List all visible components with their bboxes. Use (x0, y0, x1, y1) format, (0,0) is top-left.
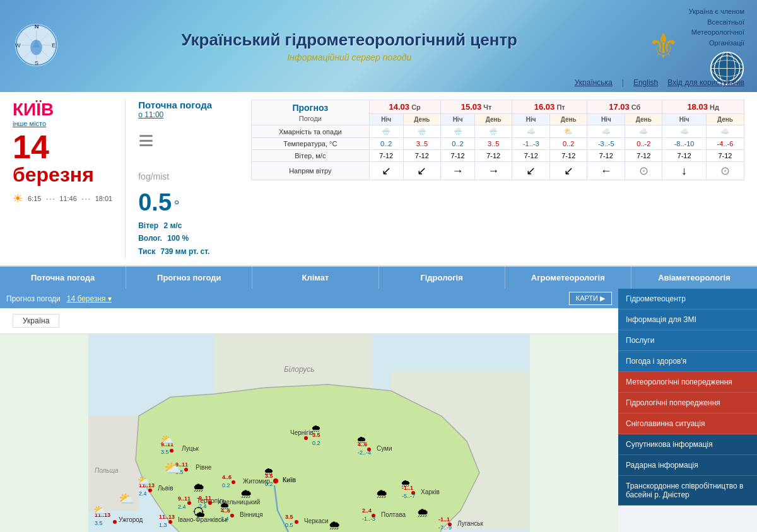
nav-bar: Поточна погода Прогноз погоди Клімат Гід… (0, 267, 757, 289)
svg-point-78 (304, 436, 308, 440)
nav-item-hydrology[interactable]: Гідрологія (379, 267, 505, 289)
svg-text:4..6: 4..6 (222, 474, 232, 480)
svg-text:Черкаси: Черкаси (304, 518, 329, 524)
forecast-section: Прогноз Погоди 14.03 Ср 15.03 Чт 16.03 П… (251, 100, 744, 180)
nav-item-current[interactable]: Поточна погода (0, 267, 126, 289)
sidebar-item-avalanche[interactable]: Сніголавинна ситуація (618, 413, 757, 434)
login-link[interactable]: Вхід для користувачів (667, 78, 744, 87)
wind-direction-row: Напрям вітру ↙↙ →→ ↙↙ ←⊙ ↓⊙ (252, 162, 744, 180)
svg-text:Чернігів: Чернігів (290, 429, 314, 436)
period-day-1: День (475, 114, 512, 125)
map-area: Прогноз погоди 14 березня ▾ КАРТИ ▶ Укра… (0, 289, 618, 532)
temp-row: Температура, °С 0..23..5 0..23..5 -1..-3… (252, 138, 744, 150)
map-container: Білорусь Росія Польща Румунія Молдова (0, 334, 618, 532)
date-month: березня (13, 163, 112, 187)
header-right: Україна є членомВсесвітньоїМетеорологічн… (688, 6, 744, 86)
nav-item-agro[interactable]: Агрометеорологія (505, 267, 631, 289)
nav-item-forecast[interactable]: Прогноз погоди (126, 267, 252, 289)
svg-text:🌧: 🌧 (264, 466, 274, 477)
current-title: Поточна погода (138, 100, 226, 110)
svg-text:⛅: ⛅ (93, 504, 106, 516)
svg-text:11..13: 11..13 (159, 514, 175, 520)
cards-button[interactable]: КАРТИ ▶ (569, 292, 612, 305)
svg-text:2.4: 2.4 (178, 504, 186, 510)
svg-text:🌧: 🌧 (401, 478, 411, 489)
header-compass: N S E W (13, 21, 60, 71)
ukraine-tab[interactable]: Україна (13, 314, 59, 328)
svg-text:N: N (35, 23, 39, 30)
nav-item-aviation[interactable]: Авіаметеорологія (631, 267, 757, 289)
city-section: КИЇВ інше місто 14 березня ☀ 6:15 • • • … (13, 100, 112, 205)
svg-text:2..4: 2..4 (362, 507, 372, 514)
forecast-table: Прогноз Погоди 14.03 Ср 15.03 Чт 16.03 П… (251, 100, 744, 180)
svg-text:🌧: 🌧 (220, 500, 230, 511)
period-day-2: День (550, 114, 587, 125)
svg-text:Луганськ: Луганськ (457, 520, 483, 527)
weather-panel: КИЇВ інше місто 14 березня ☀ 6:15 • • • … (0, 92, 757, 267)
svg-text:Луцьк: Луцьк (182, 445, 199, 452)
sidebar-item-meteo-warnings[interactable]: Метеорологічні попередження (618, 372, 757, 393)
svg-point-69 (232, 480, 235, 484)
ukraine-map-svg: Білорусь Росія Польща Румунія Молдова (0, 334, 618, 532)
svg-text:Харків: Харків (421, 489, 440, 495)
noon-dots: • • • (46, 196, 54, 202)
period-night-2: Ніч (512, 114, 550, 125)
forecast-title: Прогноз (292, 103, 328, 113)
sidebar-item-satellite[interactable]: Супутникова інформація (618, 434, 757, 455)
trident-icon: ⚜ (648, 26, 679, 66)
svg-text:🌧: 🌧 (328, 518, 341, 532)
nav-item-climate[interactable]: Клімат (252, 267, 378, 289)
sidebar-item-hydro-warnings[interactable]: Гідрологічні попередження (618, 393, 757, 413)
noon-time: 11:46 (59, 195, 77, 202)
svg-point-47 (113, 520, 117, 524)
svg-text:Полтава: Полтава (381, 511, 406, 518)
period-night-3: Ніч (587, 114, 625, 125)
svg-text:3.5: 3.5 (285, 514, 293, 520)
svg-point-38 (148, 489, 152, 492)
svg-text:0.5: 0.5 (285, 522, 293, 528)
svg-point-52 (168, 520, 172, 524)
temp-value: 0.5 (138, 189, 172, 216)
sidebar: Гідрометеоцентр Інформація для ЗМІ Послу… (618, 289, 757, 532)
current-temp: 0.5 ° (138, 189, 226, 216)
city-sub-link[interactable]: інше місто (13, 120, 112, 127)
sidebar-item-transborder[interactable]: Транскордонне співробітництво в басейні … (618, 476, 757, 506)
svg-text:9..11: 9..11 (178, 495, 191, 502)
period-night-1: Ніч (440, 114, 474, 125)
date-4: 18.03 Нд (662, 100, 744, 114)
svg-text:Ужгород: Ужгород (119, 516, 143, 523)
sidebar-item-services[interactable]: Послуги (618, 330, 757, 351)
sidebar-item-hydrometeocenter[interactable]: Гідрометеоцентр (618, 289, 757, 309)
ukraine-tabs: Україна (0, 308, 618, 334)
sidebar-item-radar[interactable]: Радарна інформація (618, 455, 757, 476)
map-date[interactable]: 14 березня ▾ (67, 294, 112, 303)
map-label: Прогноз погоди (6, 294, 61, 303)
sunrise-time: 6:15 (28, 195, 41, 202)
svg-text:2.4: 2.4 (221, 516, 229, 522)
svg-text:Польща: Польща (95, 467, 119, 474)
lang-en-link[interactable]: English (633, 78, 658, 87)
current-time[interactable]: о 11:00 (138, 110, 226, 119)
period-day-4: День (706, 114, 744, 125)
lang-ua-link[interactable]: Українська (575, 78, 613, 87)
period-night-4: Ніч (662, 114, 707, 125)
svg-text:🌧: 🌧 (311, 423, 321, 434)
main-content: Прогноз погоди 14 березня ▾ КАРТИ ▶ Укра… (0, 289, 757, 532)
svg-text:🌧: 🌧 (192, 480, 205, 494)
svg-text:Львів: Львів (158, 485, 173, 492)
svg-text:-1..1: -1..1 (438, 516, 450, 523)
svg-text:9..11: 9..11 (199, 495, 211, 501)
sunrise-icon: ☀ (13, 192, 23, 205)
svg-text:🌤: 🌤 (192, 506, 205, 519)
cloud-row: Хмарність та опади 🌧️🌧️ 🌧️🌧️ ☁️⛅ ☁️☁️ ☁️… (252, 125, 744, 138)
svg-text:0.2: 0.2 (222, 482, 230, 489)
date-0: 14.03 Ср (369, 100, 440, 114)
svg-text:-7..-9: -7..-9 (438, 524, 452, 531)
sun-times: ☀ 6:15 • • • 11:46 • • • 18:01 (13, 192, 112, 205)
svg-text:-5..-7: -5..-7 (402, 493, 415, 499)
svg-text:1.3: 1.3 (159, 522, 167, 528)
page-header: N S E W Український гідрометеорологічний… (0, 0, 757, 92)
sidebar-item-media[interactable]: Інформація для ЗМІ (618, 309, 757, 330)
svg-text:-2..-4: -2..-4 (358, 449, 371, 456)
sidebar-item-health[interactable]: Погода і здоров'я (618, 351, 757, 372)
